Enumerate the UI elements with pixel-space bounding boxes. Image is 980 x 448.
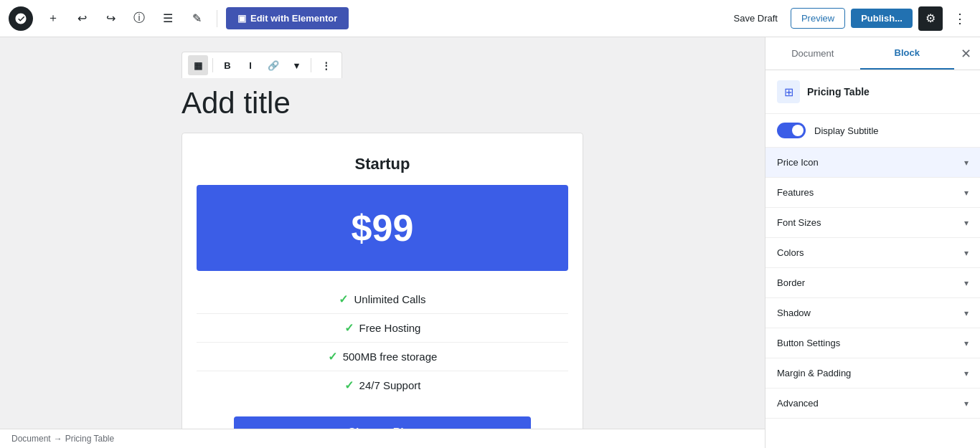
panel-section-title: Pricing Table xyxy=(807,86,870,97)
settings-btn[interactable]: ⚙ xyxy=(918,6,943,31)
preview-btn[interactable]: Preview xyxy=(791,8,845,29)
accordion-label: Features xyxy=(777,187,814,198)
more-options-block-btn[interactable]: ⋮ xyxy=(316,55,336,75)
publish-btn[interactable]: Publish... xyxy=(851,9,913,28)
accordion-price-icon[interactable]: Price Icon ▾ xyxy=(765,148,980,178)
chevron-down-icon: ▾ xyxy=(964,368,969,378)
plan-name: Startup xyxy=(197,155,568,173)
feature-label: 24/7 Support xyxy=(359,379,421,391)
check-icon: ✓ xyxy=(328,350,337,363)
pricing-table-icon: ⊞ xyxy=(777,80,800,103)
price-box: $99 xyxy=(197,185,568,271)
toolbar-sep-1 xyxy=(217,10,217,27)
chevron-down-icon: ▾ xyxy=(964,188,969,198)
redo-btn[interactable]: ↪ xyxy=(99,7,122,30)
panel-section-header: ⊞ Pricing Table xyxy=(765,70,980,114)
list-item: ✓ Unlimited Calls xyxy=(197,285,568,314)
accordion-label: Shadow xyxy=(777,308,811,318)
list-item: ✓ 500MB free storage xyxy=(197,343,568,371)
chevron-down-icon: ▾ xyxy=(964,399,969,409)
chevron-down-icon: ▾ xyxy=(964,218,969,228)
accordion-advanced[interactable]: Advanced ▾ xyxy=(765,389,980,419)
undo-btn[interactable]: ↩ xyxy=(70,7,93,30)
accordion-label: Price Icon xyxy=(777,157,819,168)
save-draft-btn[interactable]: Save Draft xyxy=(727,9,785,28)
accordion-label: Button Settings xyxy=(777,338,840,348)
add-block-btn[interactable]: ＋ xyxy=(42,7,65,30)
tab-block[interactable]: Block xyxy=(860,37,955,70)
accordion-button-settings[interactable]: Button Settings ▾ xyxy=(765,328,980,358)
panel-close-btn[interactable]: ✕ xyxy=(954,42,977,65)
editor-area: ▦ B I 🔗 ▾ ⋮ Add title Startup $99 ✓ Unli… xyxy=(0,37,765,448)
feature-label: Free Hosting xyxy=(359,322,421,334)
elementor-icon: ▣ xyxy=(237,13,246,24)
main-toolbar: ＋ ↩ ↪ ⓘ ☰ ✎ ▣ Edit with Elementor Save D… xyxy=(0,0,980,37)
accordion-label: Advanced xyxy=(777,398,819,409)
accordion-label: Colors xyxy=(777,247,804,258)
text-align-btn[interactable]: ▾ xyxy=(286,55,306,75)
accordion-label: Margin & Padding xyxy=(777,368,851,378)
chevron-down-icon: ▾ xyxy=(964,338,969,348)
chevron-down-icon: ▾ xyxy=(964,278,969,288)
check-icon: ✓ xyxy=(339,292,348,306)
elementor-btn-label: Edit with Elementor xyxy=(250,13,337,24)
feature-label: 500MB free storage xyxy=(343,351,438,363)
page-title[interactable]: Add title xyxy=(182,85,583,121)
chevron-down-icon: ▾ xyxy=(964,248,969,258)
accordion-font-sizes[interactable]: Font Sizes ▾ xyxy=(765,208,980,238)
accordion-colors[interactable]: Colors ▾ xyxy=(765,238,980,268)
display-subtitle-row: Display Subtitle xyxy=(765,114,980,148)
panel-tabs: Document Block ✕ xyxy=(765,37,980,70)
check-icon: ✓ xyxy=(344,321,354,335)
breadcrumb: Document → Pricing Table xyxy=(0,429,765,448)
list-item: ✓ 24/7 Support xyxy=(197,371,568,399)
edit-with-elementor-btn[interactable]: ▣ Edit with Elementor xyxy=(226,7,349,29)
chevron-down-icon: ▾ xyxy=(964,158,969,168)
right-panel: Document Block ✕ ⊞ Pricing Table Display… xyxy=(765,37,980,448)
chevron-down-icon: ▾ xyxy=(964,308,969,318)
tools-btn[interactable]: ✎ xyxy=(185,7,208,30)
accordion-margin-padding[interactable]: Margin & Padding ▾ xyxy=(765,358,980,389)
bold-btn[interactable]: B xyxy=(217,55,237,75)
block-toolbar-sep xyxy=(212,58,213,72)
accordion-label: Border xyxy=(777,277,805,288)
block-toolbar: ▦ B I 🔗 ▾ ⋮ xyxy=(182,52,342,78)
panel-content: ⊞ Pricing Table Display Subtitle Price I… xyxy=(765,70,980,448)
accordion-border[interactable]: Border ▾ xyxy=(765,268,980,298)
page-title-area: Add title xyxy=(182,78,583,133)
block-toolbar-sep-2 xyxy=(311,58,311,72)
italic-btn[interactable]: I xyxy=(240,55,260,75)
accordion-label: Font Sizes xyxy=(777,217,821,228)
wp-logo[interactable] xyxy=(9,6,33,31)
check-icon: ✓ xyxy=(344,378,354,392)
breadcrumb-separator: → xyxy=(54,434,62,444)
display-subtitle-label: Display Subtitle xyxy=(814,125,879,136)
main-layout: ▦ B I 🔗 ▾ ⋮ Add title Startup $99 ✓ Unli… xyxy=(0,37,980,448)
price-value: $99 xyxy=(218,206,547,249)
accordion-shadow[interactable]: Shadow ▾ xyxy=(765,298,980,328)
feature-label: Unlimited Calls xyxy=(354,293,425,305)
display-subtitle-toggle[interactable] xyxy=(777,123,806,138)
accordion-features[interactable]: Features ▾ xyxy=(765,178,980,208)
breadcrumb-root[interactable]: Document xyxy=(11,434,51,444)
toolbar-right: Save Draft Preview Publish... ⚙ ⋮ xyxy=(727,6,971,31)
info-btn[interactable]: ⓘ xyxy=(128,7,151,30)
list-item: ✓ Free Hosting xyxy=(197,314,568,343)
features-list: ✓ Unlimited Calls ✓ Free Hosting ✓ 500MB… xyxy=(197,285,568,399)
link-btn[interactable]: 🔗 xyxy=(263,55,283,75)
more-options-btn[interactable]: ⋮ xyxy=(948,7,971,30)
pricing-table-block: Startup $99 ✓ Unlimited Calls ✓ Free Hos… xyxy=(182,133,583,448)
tab-document[interactable]: Document xyxy=(765,38,860,69)
block-type-btn[interactable]: ▦ xyxy=(188,55,208,75)
breadcrumb-current: Pricing Table xyxy=(65,434,114,444)
list-view-btn[interactable]: ☰ xyxy=(156,7,179,30)
